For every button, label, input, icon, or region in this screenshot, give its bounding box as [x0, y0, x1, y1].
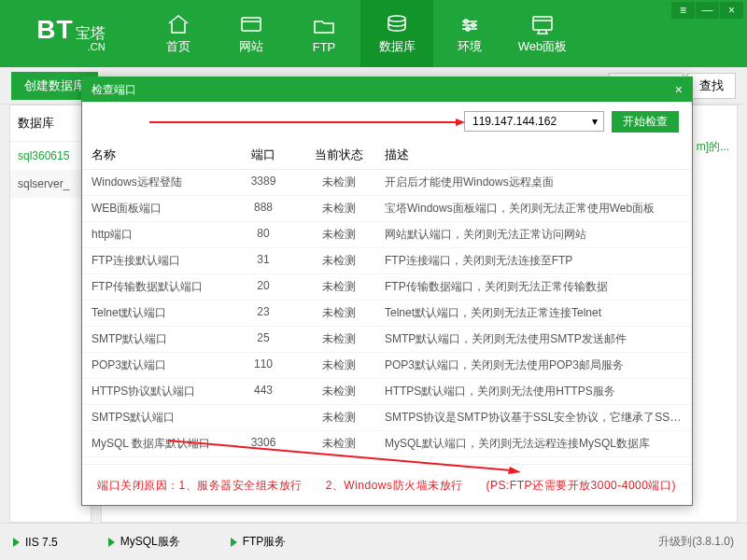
service-indicator[interactable]: IIS 7.5 [13, 534, 58, 550]
cell-name: POP3默认端口 [92, 357, 230, 373]
cell-desc: FTP连接端口，关闭则无法连接至FTP [381, 253, 683, 269]
svg-rect-5 [533, 17, 552, 30]
version-text[interactable]: 升级到(3.8.1.0) [658, 534, 734, 550]
svg-point-1 [388, 16, 405, 21]
svg-rect-0 [242, 18, 261, 31]
cell-port: 31 [230, 253, 297, 269]
cell-status: 未检测 [297, 201, 381, 217]
cell-name: FTP连接默认端口 [92, 253, 230, 269]
truncated-link[interactable]: m]的... [697, 139, 729, 155]
cell-port: 3389 [230, 175, 297, 190]
service-indicator[interactable]: MySQL服务 [108, 534, 180, 550]
sidebar-item[interactable]: sql360615 [10, 142, 91, 170]
svg-marker-7 [508, 467, 521, 474]
table-row: http端口80未检测网站默认端口，关闭则无法正常访问网站 [82, 222, 692, 248]
ip-dropdown[interactable]: 119.147.144.162 ▾ [464, 111, 604, 132]
sidebar-header: 数据库 [10, 105, 91, 142]
service-label: FTP服务 [243, 534, 287, 550]
cell-status: 未检测 [297, 279, 381, 295]
cell-port [230, 410, 297, 426]
cell-port: 25 [230, 331, 297, 347]
statusbar: IIS 7.5MySQL服务FTP服务 升级到(3.8.1.0) [0, 523, 747, 560]
col-port: 端口 [230, 147, 297, 163]
cell-desc: 宝塔Windows面板端口，关闭则无法正常使用Web面板 [381, 201, 683, 217]
table-row: SMTPS默认端口未检测SMTPS协议是SMTP协议基于SSL安全协议，它继承了… [82, 405, 692, 431]
col-desc: 描述 [381, 147, 683, 163]
site-icon [238, 12, 264, 35]
cell-port: 20 [230, 279, 297, 295]
sidebar-item[interactable]: sqlserver_ [10, 170, 91, 198]
nav-label: 首页 [166, 38, 190, 55]
port-table: 名称 端口 当前状态 描述 Windows远程登陆3389未检测开启后才能使用W… [82, 141, 692, 464]
modal-footer: 端口关闭原因：1、服务器安全组未放行 2、Windows防火墙未放行 (PS:F… [82, 464, 692, 505]
annotation-arrow-icon [166, 439, 521, 476]
table-row: Telnet默认端口23未检测Telnet默认端口，关闭则无法正常连接Telne… [82, 301, 692, 327]
table-row: SMTP默认端口25未检测SMTP默认端口，关闭则无法使用SMTP发送邮件 [82, 327, 692, 353]
cell-status: 未检测 [297, 357, 381, 373]
cell-port: 110 [230, 357, 297, 373]
start-check-button[interactable]: 开始检查 [612, 111, 679, 133]
database-sidebar: 数据库 sql360615 sqlserver_ [9, 105, 92, 523]
cell-name: FTP传输数据默认端口 [92, 279, 230, 295]
modal-close-icon[interactable]: × [675, 82, 683, 97]
nav-env[interactable]: 环境 [433, 0, 506, 67]
service-indicator[interactable]: FTP服务 [231, 534, 287, 550]
nav-home[interactable]: 首页 [142, 0, 215, 67]
cell-name: HTTPS协议默认端口 [92, 384, 230, 399]
nav-ftp[interactable]: FTP [288, 0, 360, 67]
nav-web[interactable]: Web面板 [506, 0, 579, 67]
modal-toolbar: 119.147.144.162 ▾ 开始检查 [82, 102, 692, 141]
nav-label: FTP [313, 40, 336, 54]
cell-port: 888 [230, 201, 297, 217]
col-status: 当前状态 [297, 147, 381, 163]
cell-desc: HTTPS默认端口，关闭则无法使用HTTPS服务 [381, 384, 683, 399]
modal-titlebar[interactable]: 检查端口 × [82, 77, 692, 102]
minimize-button[interactable]: — [695, 2, 719, 19]
cell-status: 未检测 [297, 305, 381, 321]
modal-title-text: 检查端口 [92, 82, 136, 98]
logo-main: BT [36, 15, 73, 44]
service-label: IIS 7.5 [25, 536, 58, 549]
db-icon [384, 12, 410, 35]
cell-desc: Telnet默认端口，关闭则无法正常连接Telnet [381, 305, 683, 321]
svg-marker-6 [456, 119, 465, 126]
cell-status: 未检测 [297, 253, 381, 269]
titlebar: BT宝塔 .CN 首页网站FTP数据库环境Web面板 ≡ — × [0, 0, 747, 67]
table-row: FTP连接默认端口31未检测FTP连接端口，关闭则无法连接至FTP [82, 248, 692, 274]
cell-desc: FTP传输数据端口，关闭则无法正常传输数据 [381, 279, 683, 295]
cell-desc: 开启后才能使用Windows远程桌面 [381, 175, 683, 190]
cell-status: 未检测 [297, 331, 381, 347]
search-button[interactable]: 查找 [687, 73, 736, 99]
logo-sub: 宝塔 [76, 25, 106, 41]
menu-button[interactable]: ≡ [670, 2, 695, 19]
nav-site[interactable]: 网站 [215, 0, 288, 67]
play-icon [13, 538, 20, 547]
close-button[interactable]: × [719, 2, 743, 19]
cell-desc: SMTPS协议是SMTP协议基于SSL安全协议，它继承了SSL... [381, 410, 683, 426]
nav-label: 环境 [458, 38, 482, 55]
table-row: WEB面板端口888未检测宝塔Windows面板端口，关闭则无法正常使用Web面… [82, 196, 692, 222]
window-controls: ≡ — × [670, 2, 743, 19]
ip-value: 119.147.144.162 [472, 115, 557, 128]
table-row: HTTPS协议默认端口443未检测HTTPS默认端口，关闭则无法使用HTTPS服… [82, 379, 692, 405]
web-icon [529, 12, 556, 35]
service-label: MySQL服务 [120, 534, 180, 550]
env-icon [457, 12, 483, 35]
cell-name: http端口 [92, 227, 230, 243]
nav-label: Web面板 [518, 38, 568, 55]
cell-name: SMTPS默认端口 [92, 410, 230, 426]
annotation-arrow-icon [148, 119, 465, 130]
cell-status: 未检测 [297, 384, 381, 399]
table-row: FTP传输数据默认端口20未检测FTP传输数据端口，关闭则无法正常传输数据 [82, 274, 692, 301]
col-name: 名称 [92, 147, 230, 163]
cell-desc: POP3默认端口，关闭则无法使用POP3邮局服务 [381, 357, 683, 373]
footer-note: 端口关闭原因：1、服务器安全组未放行 2、Windows防火墙未放行 (PS:F… [97, 478, 677, 494]
port-check-modal: 检查端口 × 119.147.144.162 ▾ 开始检查 名称 端口 当前状态… [81, 77, 693, 506]
nav-db[interactable]: 数据库 [360, 0, 433, 67]
cell-desc: 网站默认端口，关闭则无法正常访问网站 [381, 227, 683, 243]
cell-status: 未检测 [297, 175, 381, 190]
play-icon [231, 538, 237, 547]
nav-label: 数据库 [379, 38, 416, 55]
cell-status: 未检测 [297, 410, 381, 426]
cell-name: SMTP默认端口 [92, 331, 230, 347]
